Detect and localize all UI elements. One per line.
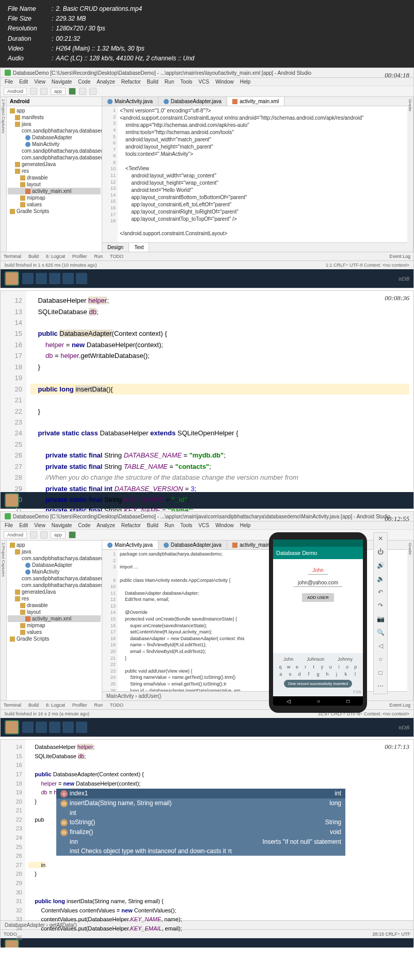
ac-item[interactable]: mfinalize()void (56, 827, 345, 837)
menu-file[interactable]: File (5, 79, 13, 85)
taskbar-icon[interactable] (36, 273, 47, 284)
menu-view[interactable]: View (34, 79, 45, 85)
ac-item[interactable]: inst Checks object type with instanceof … (56, 846, 345, 856)
soft-keyboard[interactable]: John Johnson Johnny qwertyuiop asdfghjkl… (273, 653, 363, 696)
tab-adapter[interactable]: DatabaseAdapter.java (158, 97, 227, 106)
add-user-button[interactable]: ADD USER (302, 593, 333, 602)
taskbar-icon[interactable] (62, 273, 74, 284)
tree-mipmap[interactable]: mipmap (8, 194, 101, 201)
windows-taskbar: ttDB (1, 269, 413, 288)
ac-item[interactable]: int (56, 808, 345, 818)
back-icon[interactable]: ◁ (376, 642, 385, 651)
ide-menubar[interactable]: File Edit View Navigate Code Analyze Ref… (1, 78, 413, 86)
taskbar-icon[interactable] (22, 273, 34, 284)
autocomplete-popup[interactable]: vindex1int minsertData(String name, Stri… (56, 789, 345, 856)
menu-refactor[interactable]: Refactor (121, 79, 141, 85)
event-log[interactable]: Event Log (389, 254, 410, 259)
close-icon[interactable]: ✕ (376, 535, 385, 544)
tree-activity-main[interactable]: activity_main.xml (8, 188, 101, 194)
home-icon[interactable]: ○ (376, 656, 385, 665)
debug-button[interactable] (79, 88, 86, 95)
menu-code[interactable]: Code (78, 79, 90, 85)
right-gutter[interactable]: Gradle (407, 97, 413, 252)
project-panel[interactable]: Android app manifests java com.sandipbha… (7, 97, 102, 252)
module-dropdown[interactable]: app (51, 88, 66, 95)
android-emulator[interactable]: Database Demo John john@yahoo.com ADD US… (269, 532, 367, 713)
camera-icon[interactable]: 📷 (376, 615, 385, 625)
right-gutter[interactable]: Gradle (407, 541, 413, 700)
editor-tabs: MainActivity.java DatabaseAdapter.java a… (102, 97, 407, 106)
more-icon[interactable]: ⋯ (376, 682, 385, 692)
toolbar-button[interactable] (30, 88, 37, 95)
overview-icon[interactable]: □ (376, 669, 385, 678)
tree-res[interactable]: res (8, 168, 101, 174)
xml-content[interactable]: <?xml version="1.0" encoding="utf-8"?> <… (118, 106, 407, 242)
tab-todo[interactable]: TODO (110, 254, 123, 259)
tree-java[interactable]: java (8, 121, 101, 127)
tree-pkg1[interactable]: com.sandipbhattacharya.databasedemo (8, 127, 101, 134)
toolbar-button[interactable] (40, 88, 47, 95)
status-bar: build finished in 1 s 625 ms (10 minutes… (1, 260, 413, 269)
tab-run[interactable]: Run (94, 254, 103, 259)
volume-up-icon[interactable]: 🔊 (376, 562, 385, 571)
tab-logcat[interactable]: 6: Logcat (46, 254, 65, 259)
menu-run[interactable]: Run (165, 79, 174, 85)
project-panel[interactable]: app java com.sandipbhattacharya.database… (7, 541, 102, 700)
tree-values[interactable]: values (8, 201, 101, 208)
tree-drawable[interactable]: drawable (8, 174, 101, 181)
menu-analyze[interactable]: Analyze (97, 79, 115, 85)
tree-manifests[interactable]: manifests (8, 114, 101, 121)
power-icon[interactable]: ⏻ (376, 548, 385, 558)
menu-tools[interactable]: Tools (180, 79, 192, 85)
line-gutter: 123456789101112131415161718 (102, 106, 118, 242)
instructor-avatar (5, 271, 19, 286)
tree-pkg3[interactable]: com.sandipbhattacharya.databasedemo (tes… (8, 154, 101, 161)
ac-item[interactable]: vindex1int (56, 789, 345, 798)
nav-bar[interactable]: ◁○□ (273, 696, 363, 706)
tab-mainactivity[interactable]: MainActivity.java (102, 97, 158, 106)
menu-window[interactable]: Window (215, 79, 234, 85)
tree-gradle[interactable]: Gradle Scripts (8, 208, 101, 215)
tree-cls1[interactable]: DatabaseAdapter (8, 134, 101, 141)
run-button[interactable] (69, 88, 76, 95)
name-input[interactable]: John (308, 566, 328, 575)
text-tab[interactable]: Text (129, 243, 149, 252)
java-content[interactable]: DatabaseHelper helper; SQLiteDatabase db… (26, 291, 413, 492)
tab-terminal[interactable]: Terminal (4, 254, 21, 259)
menu-navigate[interactable]: Navigate (52, 79, 72, 85)
menu-help[interactable]: Help (240, 79, 251, 85)
design-tab[interactable]: Design (102, 243, 129, 252)
tree-pkg2[interactable]: com.sandipbhattacharya.databasedemo (and… (8, 148, 101, 154)
zoom-icon[interactable]: 🔍 (376, 629, 385, 638)
tree-gen[interactable]: generatedJava (8, 161, 101, 168)
code-editor[interactable]: 1213141516171819202122232425262728293031… (1, 291, 413, 492)
tab-mainactivity[interactable]: MainActivity.java (102, 541, 158, 549)
tab-xml[interactable]: activity_main.xml (227, 97, 284, 106)
ac-item[interactable]: minsertData(String name, String email)lo… (56, 798, 345, 808)
volume-down-icon[interactable]: 🔉 (376, 575, 385, 584)
code-editor[interactable]: 123456789101112131415161718 <?xml versio… (102, 106, 407, 242)
view-dropdown[interactable]: Android (4, 88, 27, 95)
menu-vcs[interactable]: VCS (199, 79, 210, 85)
rotate-left-icon[interactable]: ↶ (376, 589, 385, 598)
emulator-toolbar[interactable]: ✕ ⏻ 🔊 🔉 ↶ ↷ 📷 🔍 ◁ ○ □ ⋯ (373, 532, 388, 694)
ac-item[interactable]: innInserts ''if not null'' statement (56, 837, 345, 846)
tab-build[interactable]: Build (28, 254, 39, 259)
ide-menubar[interactable]: FileEditViewNavigateCodeAnalyzeRefactorB… (1, 521, 413, 530)
tab-todo[interactable]: TODO (4, 932, 17, 937)
left-gutter[interactable]: 1:Project Captures (1, 97, 7, 252)
toolbar-button[interactable] (89, 88, 97, 95)
tree-cls2[interactable]: MainActivity (8, 141, 101, 148)
email-input[interactable]: john@yahoo.com (294, 579, 342, 587)
taskbar-icon[interactable] (76, 273, 87, 284)
left-gutter[interactable]: 1:Project Captures (1, 541, 7, 700)
taskbar-icon[interactable] (49, 273, 60, 284)
ac-item[interactable]: mtoString()String (56, 818, 345, 827)
tab-adapter[interactable]: DatabaseAdapter.java (158, 541, 227, 549)
tab-profiler[interactable]: Profiler (72, 254, 87, 259)
menu-edit[interactable]: Edit (19, 79, 28, 85)
tree-layout[interactable]: layout (8, 181, 101, 188)
rotate-right-icon[interactable]: ↷ (376, 602, 385, 611)
menu-build[interactable]: Build (147, 79, 158, 85)
tree-app[interactable]: app (8, 107, 101, 114)
